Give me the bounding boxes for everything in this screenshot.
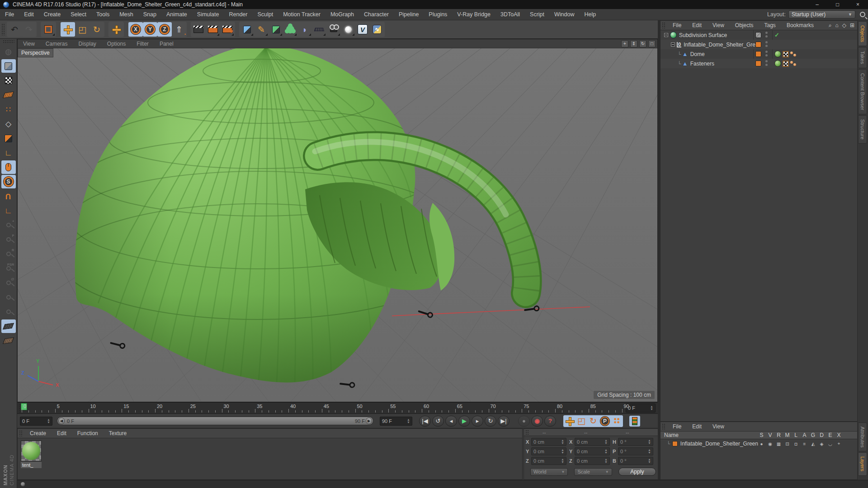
goto-end-button[interactable]: ▶| [498, 416, 509, 427]
close-button[interactable]: × [848, 0, 868, 9]
search-icon[interactable]: ⌕ [829, 22, 832, 28]
add-light-button[interactable] [341, 22, 355, 37]
vp-menu-cameras[interactable]: Cameras [40, 39, 73, 48]
cell-icon-R[interactable]: ▦ [775, 441, 783, 446]
rotate-tool-button[interactable]: ↻ [90, 22, 104, 37]
menu-help[interactable]: Help [580, 9, 601, 20]
object-label[interactable]: Subdivision Surface [679, 32, 727, 38]
left-toolbar-grip[interactable] [3, 40, 14, 43]
lock-workplane-button[interactable] [1, 319, 16, 333]
menu-select[interactable]: Select [66, 9, 91, 20]
cell-icon-E[interactable]: ◡ [826, 441, 834, 446]
tree-row-fasteners[interactable]: └▲Fasteners [660, 59, 857, 68]
python-script-button[interactable]: ∿ [370, 22, 384, 37]
add-mograph-cloner-button[interactable] [283, 22, 297, 37]
vis-dot-top[interactable] [765, 51, 768, 53]
minimize-button[interactable]: – [807, 0, 827, 9]
home-icon[interactable]: ⌂ [835, 22, 838, 28]
model-mode-button[interactable] [1, 59, 16, 73]
enabled-check-icon[interactable]: ✓ [774, 32, 779, 38]
tab-content-browser[interactable]: Content Browser [858, 69, 867, 114]
render-view-button[interactable] [191, 22, 206, 37]
tree-row-dome[interactable]: └▲Dome [660, 49, 857, 59]
tab-attributes[interactable]: Attributes [858, 422, 867, 451]
vp-menu-view[interactable]: View [18, 39, 40, 48]
vis-dot-bottom[interactable] [765, 35, 768, 38]
menu-v-ray-bridge[interactable]: V-Ray Bridge [452, 9, 495, 20]
search-icon[interactable] [860, 12, 865, 17]
lock-z-axis-button[interactable]: Z [157, 22, 172, 37]
om-menu-bookmarks[interactable]: Bookmarks [781, 21, 819, 30]
end-frame-field[interactable]: 90 F ▲▼ [380, 417, 412, 426]
toggle-view-button[interactable]: □ [648, 40, 656, 47]
coord-value-field[interactable]: 0 cm▲▼ [531, 447, 566, 455]
vp-menu-options[interactable]: Options [102, 39, 131, 48]
toolbar-grip[interactable] [1, 23, 5, 35]
cell-icon-A[interactable]: ≡ [801, 441, 808, 446]
spinner-arrows-icon[interactable]: ▲▼ [604, 449, 608, 454]
mat-menu-function[interactable]: Function [72, 429, 104, 438]
menu-snap[interactable]: Snap [138, 9, 161, 20]
pla-film-button[interactable] [629, 416, 640, 427]
layer-color-chip[interactable] [755, 61, 761, 66]
coordinate-system-button[interactable]: ⇑▪ [172, 22, 186, 37]
live-selection-tool-button[interactable] [41, 22, 56, 37]
object-label[interactable]: Fasteners [690, 61, 714, 67]
spinner-arrows-icon[interactable]: ▲▼ [407, 418, 410, 423]
menu-mograph[interactable]: MoGraph [326, 9, 359, 20]
layer-color-chip[interactable] [672, 441, 678, 446]
key-rotation-filter-button[interactable]: ↻ [587, 416, 599, 427]
zoom-view-button[interactable]: ⇕ [630, 40, 637, 47]
material-preview[interactable] [21, 441, 42, 461]
menu-sculpt[interactable]: Sculpt [252, 9, 278, 20]
vis-dot-top[interactable] [765, 32, 768, 34]
lock-y-axis-button[interactable]: Y [143, 22, 157, 37]
render-to-picture-viewer-button[interactable] [206, 22, 220, 37]
layer-color-chip[interactable] [755, 42, 761, 47]
texture-mode-button[interactable] [1, 74, 16, 87]
om-menu-objects[interactable]: Objects [730, 21, 759, 30]
om-menu-file[interactable]: File [667, 21, 687, 30]
workplane-axis-button[interactable]: ∟ [1, 204, 16, 217]
workplane-mode-button[interactable] [1, 88, 16, 102]
coord-value-field[interactable]: 0 °▲▼ [618, 457, 653, 465]
vis-dot-bottom[interactable] [765, 64, 768, 66]
menu-simulate[interactable]: Simulate [192, 9, 224, 20]
cell-icon-L[interactable]: ◘ [792, 441, 800, 446]
visibility-dots[interactable] [765, 51, 768, 56]
previous-frame-button[interactable]: ◂ [445, 416, 457, 427]
coord-value-field[interactable]: 0 cm▲▼ [575, 438, 610, 446]
expander-icon[interactable] [664, 33, 668, 37]
visibility-dots[interactable] [765, 60, 768, 66]
pan-view-button[interactable]: + [621, 40, 628, 47]
keyframe-options-button[interactable]: ? [544, 416, 556, 427]
rotate-view-button[interactable]: ↻ [639, 40, 646, 47]
menu-character[interactable]: Character [359, 9, 394, 20]
uvw-tag[interactable] [783, 61, 789, 67]
vray-bridge-button[interactable]: V [355, 22, 370, 37]
apply-button[interactable]: Apply [618, 468, 656, 476]
play-reverse-button[interactable]: ↺ [432, 416, 444, 427]
spinner-arrows-icon[interactable]: ▲▼ [561, 449, 564, 454]
current-frame-field[interactable]: 0 F ▲▼ [20, 417, 52, 426]
material-name[interactable]: tent_ [21, 462, 42, 468]
vp-menu-filter[interactable]: Filter [131, 39, 154, 48]
tab-takes[interactable]: Takes [858, 47, 867, 68]
spinner-arrows-icon[interactable]: ▲▼ [604, 439, 608, 444]
visibility-dots[interactable] [765, 32, 768, 38]
menu-edit[interactable]: Edit [19, 9, 39, 20]
undo-button[interactable]: ↶ [7, 22, 22, 37]
next-frame-button[interactable]: ▸ [472, 416, 483, 427]
align-workplane-button[interactable] [1, 334, 16, 347]
menu-plugins[interactable]: Plugins [424, 9, 452, 20]
om-menu-tags[interactable]: Tags [759, 21, 781, 30]
coord-scale-select[interactable]: Scale ▼ [574, 468, 612, 476]
maximize-button[interactable]: □ [827, 0, 848, 9]
vis-dot-bottom[interactable] [765, 45, 768, 47]
coord-mode-select[interactable]: World ▼ [530, 468, 568, 476]
add-camera-button[interactable] [326, 22, 341, 37]
viewport-camera-label[interactable]: Perspective [18, 48, 53, 57]
play-forward-button[interactable]: ▶ [458, 416, 470, 427]
vp-menu-panel[interactable]: Panel [154, 39, 179, 48]
vis-dot-top[interactable] [765, 41, 768, 43]
